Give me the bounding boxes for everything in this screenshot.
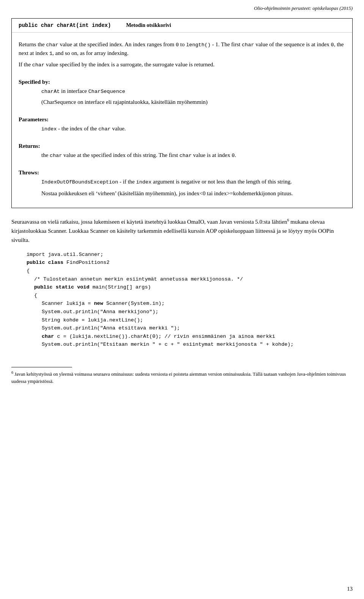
throws-note: Nostaa poikkeuksen eli ‘virheen’ (käsite… bbox=[41, 189, 345, 198]
desc1-code2: 0 bbox=[176, 42, 179, 48]
desc2-pre: If the bbox=[19, 61, 32, 67]
throws-rest2: argument is negative or not less than th… bbox=[152, 179, 292, 185]
desc1-code1: char bbox=[46, 42, 58, 48]
desc1-rest6: , and so on, as for array indexing. bbox=[52, 50, 129, 56]
code-line1: import java.util.Scanner; bbox=[27, 251, 353, 259]
returns-label: Returns: bbox=[19, 143, 345, 149]
footnote-text: 6 Javan kehitystyössä on yleensä voimass… bbox=[0, 370, 364, 385]
doc-box-content: Returns the char value at the specified … bbox=[12, 33, 352, 208]
returns-pre: the bbox=[41, 152, 50, 158]
returns-rest2: value is at index bbox=[192, 152, 232, 158]
returns-code: char bbox=[50, 153, 62, 158]
parameters-section: Parameters: index - the index of the cha… bbox=[19, 110, 345, 137]
code-line4: /* Tulostetaan annetun merkin esiintymät… bbox=[34, 275, 353, 284]
page-header: Olio-ohjelmoinnin perusteet: opiskeluopa… bbox=[0, 0, 364, 14]
code-line12: System.out.println("Etsitaan merkin " + … bbox=[42, 340, 353, 349]
returns-code3: 0 bbox=[232, 153, 235, 158]
parameters-content: index - the index of the char value. bbox=[41, 124, 345, 133]
code-line5: public static void main(String[] args) bbox=[34, 283, 353, 292]
method-signature: public char charAt(int index) bbox=[19, 22, 111, 28]
code-line11: char c = (lukija.nextLine()).charAt(0); … bbox=[42, 332, 353, 341]
desc1-code5: 0 bbox=[331, 42, 334, 48]
code-line3: { bbox=[27, 267, 353, 275]
desc1-code4: char bbox=[242, 42, 254, 48]
param-rest2: value. bbox=[111, 125, 126, 132]
specified-by-note: (CharSequence on interface eli rajapinta… bbox=[41, 99, 208, 105]
specified-by-code: charAt bbox=[41, 89, 60, 94]
code-line9: String kohde = lukija.nextLine(); bbox=[42, 316, 353, 325]
desc1-rest2: to bbox=[179, 41, 186, 47]
footnote-body: Javan kehitystyössä on yleensä voimassa … bbox=[11, 372, 346, 384]
throws-code: IndexOutOfBoundsException bbox=[41, 179, 118, 185]
desc1-text: Returns the bbox=[19, 41, 46, 47]
param-code2: char bbox=[98, 126, 110, 132]
desc1-rest: value at the specified index. An index r… bbox=[58, 41, 176, 47]
specified-by-rest: in interface bbox=[60, 88, 88, 94]
code-line7: Scanner lukija = new Scanner(System.in); bbox=[42, 300, 353, 308]
method-label: Metodin otsikkorivi bbox=[126, 22, 171, 28]
specified-by-label: Specified by: bbox=[19, 79, 345, 85]
param-code: index bbox=[41, 126, 57, 132]
specified-by-content: charAt in interface CharSequence (CharSe… bbox=[41, 87, 345, 107]
doc-box: public char charAt(int index) Metodin ot… bbox=[11, 18, 353, 208]
code-line10: System.out.println("Anna etsittava merkk… bbox=[42, 324, 353, 332]
desc1-rest4: value of the sequence is at index bbox=[254, 41, 331, 47]
header-title: Olio-ohjelmoinnin perusteet: opiskeluopa… bbox=[254, 5, 353, 11]
desc-para1: Returns the char value at the specified … bbox=[19, 38, 345, 73]
throws-code2: index bbox=[136, 179, 152, 185]
code-line2: public class FindPositions2 bbox=[27, 259, 353, 267]
specified-by-iface: CharSequence bbox=[88, 89, 125, 94]
prose-para1: Seuraavassa on vielä ratkaisu, jossa luk… bbox=[11, 217, 353, 245]
returns-rest3: . bbox=[235, 152, 236, 158]
page-number: 13 bbox=[347, 586, 353, 592]
code-line8: System.out.println("Anna merkkijono"); bbox=[42, 308, 353, 316]
throws-content: IndexOutOfBoundsException - if the index… bbox=[41, 177, 345, 198]
code-line6: { bbox=[34, 292, 353, 300]
method-header-row: public char charAt(int index) Metodin ot… bbox=[12, 19, 352, 33]
desc1-rest3: - 1. The first bbox=[211, 41, 242, 47]
returns-code2: char bbox=[179, 153, 191, 158]
specified-by-section: Specified by: charAt in interface CharSe… bbox=[19, 73, 345, 110]
desc2-code: char bbox=[32, 62, 44, 68]
returns-rest: value at the specified index of this str… bbox=[62, 152, 179, 158]
parameters-label: Parameters: bbox=[19, 116, 345, 123]
throws-rest: - if the bbox=[118, 179, 136, 185]
desc1-code3: length() bbox=[186, 42, 211, 48]
footnote-divider bbox=[11, 367, 72, 367]
throws-label: Throws: bbox=[19, 169, 345, 176]
returns-content: the char value at the specified index of… bbox=[41, 151, 345, 160]
returns-section: Returns: the char value at the specified… bbox=[19, 137, 345, 163]
code-block: import java.util.Scanner; public class F… bbox=[27, 251, 353, 349]
throws-section: Throws: IndexOutOfBoundsException - if t… bbox=[19, 163, 345, 202]
prose-text1: Seuraavassa on vielä ratkaisu, jossa luk… bbox=[11, 219, 287, 225]
desc2-rest: value specified by the index is a surrog… bbox=[44, 61, 215, 67]
param-rest: - the index of the bbox=[57, 125, 99, 132]
